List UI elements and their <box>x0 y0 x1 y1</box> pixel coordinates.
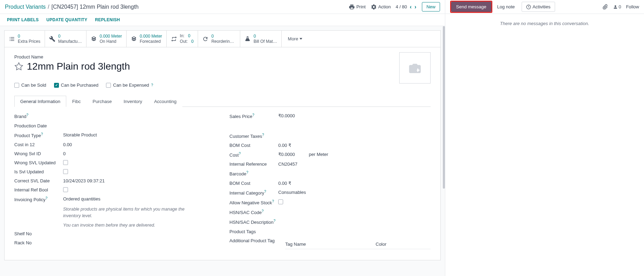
rack-no-label: Rack No <box>14 240 63 245</box>
new-button[interactable]: New <box>422 2 440 11</box>
update-quantity-link[interactable]: UPDATE QUANTITY <box>46 17 88 22</box>
bom-cost-label: BOM Cost <box>229 143 278 148</box>
attachment-icon[interactable] <box>603 4 608 10</box>
camera-plus-icon <box>406 61 424 75</box>
product-name[interactable]: 12mm Plain rod 3length <box>27 61 130 72</box>
internal-ref-bool-label: Internal Ref Bool <box>14 187 63 192</box>
wrong-svl-id-label: Wrong Svl ID <box>14 151 63 156</box>
product-type-value[interactable]: Storable Product <box>63 132 97 137</box>
is-svl-updated-label: Is Svl Updated <box>14 169 63 174</box>
print-button[interactable]: Print <box>349 4 366 10</box>
is-svl-updated-checkbox[interactable] <box>63 169 68 174</box>
additional-tag-label: Additional Product Tag <box>229 238 285 243</box>
follow-button[interactable]: Follow <box>626 4 639 9</box>
stat-more[interactable]: More <box>282 31 309 47</box>
help-icon[interactable]: ? <box>239 152 241 156</box>
tag-color-col: Color <box>376 242 386 247</box>
cost-per: per Meter <box>309 152 328 157</box>
stat-in-out[interactable]: In:0 Out:0 <box>167 31 198 47</box>
cost-value[interactable]: ₹0.0000 <box>278 152 295 157</box>
can-be-expensed-checkbox[interactable]: Can be Expensed? <box>106 82 153 88</box>
followers-count[interactable]: 0 <box>613 4 621 9</box>
internal-reference-value[interactable]: CN20457 <box>278 161 297 167</box>
pager-prev[interactable]: ‹ <box>409 4 412 10</box>
flask-icon <box>244 36 251 42</box>
invoicing-policy-label: Invoicing Policy? <box>14 196 63 202</box>
tabs: General Information Fibc Purchase Invent… <box>14 95 431 107</box>
stat-on-hand[interactable]: 0.000 MeterOn Hand <box>86 31 127 47</box>
tab-fibc[interactable]: Fibc <box>66 96 87 107</box>
invoice-note: You can invoice them before they are del… <box>63 222 189 229</box>
wrench-icon <box>49 36 55 42</box>
chatter-empty-message: There are no messages in this conversati… <box>445 14 644 276</box>
user-icon <box>613 5 618 9</box>
pager-next[interactable]: › <box>414 4 417 10</box>
stat-extra-prices[interactable]: 0Extra Prices <box>5 31 45 47</box>
send-message-button[interactable]: Send message <box>451 2 491 12</box>
help-icon[interactable]: ? <box>264 190 266 194</box>
breadcrumb-root[interactable]: Product Variants <box>5 4 46 10</box>
breadcrumb: Product Variants / [CN20457] 12mm Plain … <box>5 4 138 10</box>
action-button[interactable]: Action <box>371 4 391 10</box>
topbar: Product Variants / [CN20457] 12mm Plain … <box>0 0 445 14</box>
product-name-label: Product Name <box>14 54 431 60</box>
cubes-icon <box>91 36 97 42</box>
tab-general[interactable]: General Information <box>14 96 66 107</box>
pager: 4 / 80 ‹ › <box>396 4 417 10</box>
replenish-link[interactable]: REPLENISH <box>95 17 120 22</box>
cost-in-12-value[interactable]: 0.00 <box>63 142 72 147</box>
help-icon[interactable]: ? <box>26 113 29 117</box>
print-labels-link[interactable]: PRINT LABELS <box>7 17 39 22</box>
help-icon[interactable]: ? <box>46 196 48 200</box>
wrong-svl-id-value[interactable]: 0 <box>63 151 66 156</box>
clock-icon <box>526 5 531 9</box>
scrollbar-indicator[interactable] <box>443 26 445 189</box>
internal-reference-label: Internal Reference <box>229 161 278 167</box>
help-icon[interactable]: ? <box>246 171 248 174</box>
stat-reordering[interactable]: 0Reordering… <box>198 31 240 47</box>
stat-manufacturing[interactable]: 0Manufactu… <box>45 31 86 47</box>
star-icon[interactable] <box>14 62 23 71</box>
pager-count[interactable]: 4 / 80 <box>396 4 407 9</box>
wrong-svl-updated-checkbox[interactable] <box>63 160 68 165</box>
activities-button[interactable]: Activities <box>522 2 555 12</box>
tab-accounting[interactable]: Accounting <box>148 96 182 107</box>
product-type-label: Product Type? <box>14 132 63 138</box>
help-icon[interactable]: ? <box>262 133 264 137</box>
tag-table-header: Tag Name Color <box>285 239 431 249</box>
help-icon[interactable]: ? <box>262 209 264 213</box>
product-image-placeholder[interactable] <box>399 52 431 84</box>
bom-cost2-label: BOM Cost <box>229 181 278 186</box>
right-column: Sales Price?₹0.0000 Customer Taxes? BOM … <box>229 113 431 253</box>
cost-in-12-label: Cost in 12 <box>14 142 63 147</box>
barcode-label: Barcode? <box>229 171 278 176</box>
help-icon[interactable]: ? <box>151 83 153 87</box>
help-icon[interactable]: ? <box>272 199 274 203</box>
stat-forecasted[interactable]: 0.000 MeterForecasted <box>127 31 167 47</box>
stat-bom[interactable]: 0Bill Of Mat… <box>240 31 281 47</box>
help-icon[interactable]: ? <box>273 219 275 223</box>
stat-buttons: 0Extra Prices 0Manufactu… 0.000 MeterOn … <box>5 31 440 47</box>
correct-svl-date-value[interactable]: 10/24/2023 09:37:21 <box>63 178 105 183</box>
internal-category-value[interactable]: Consumables <box>278 190 306 195</box>
can-be-purchased-checkbox[interactable]: Can be Purchased <box>54 82 99 88</box>
log-note-button[interactable]: Log note <box>492 2 520 12</box>
can-be-sold-checkbox[interactable]: Can be Sold <box>14 82 46 88</box>
wrong-svl-updated-label: Wrong SVL Updated <box>14 160 63 165</box>
internal-ref-bool-checkbox[interactable] <box>63 187 68 192</box>
breadcrumb-current: [CN20457] 12mm Plain rod 3length <box>52 4 139 10</box>
internal-category-label: Internal Category? <box>229 190 278 196</box>
refresh-icon <box>202 36 209 42</box>
print-icon <box>349 4 355 10</box>
help-icon[interactable]: ? <box>41 132 43 136</box>
sales-price-value[interactable]: ₹0.0000 <box>278 113 295 118</box>
form-sheet: 0Extra Prices 0Manufactu… 0.000 MeterOn … <box>4 30 441 260</box>
tab-inventory[interactable]: Inventory <box>118 96 148 107</box>
chatter: Send message Log note Activities 0 Follo… <box>445 0 644 276</box>
content-scroll[interactable]: 0Extra Prices 0Manufactu… 0.000 MeterOn … <box>0 26 445 276</box>
tab-purchase[interactable]: Purchase <box>86 96 118 107</box>
allow-negative-checkbox[interactable] <box>278 199 283 204</box>
help-icon[interactable]: ? <box>252 113 255 117</box>
production-date-label: Production Date <box>14 123 63 128</box>
invoicing-policy-value[interactable]: Ordered quantities <box>63 196 100 202</box>
